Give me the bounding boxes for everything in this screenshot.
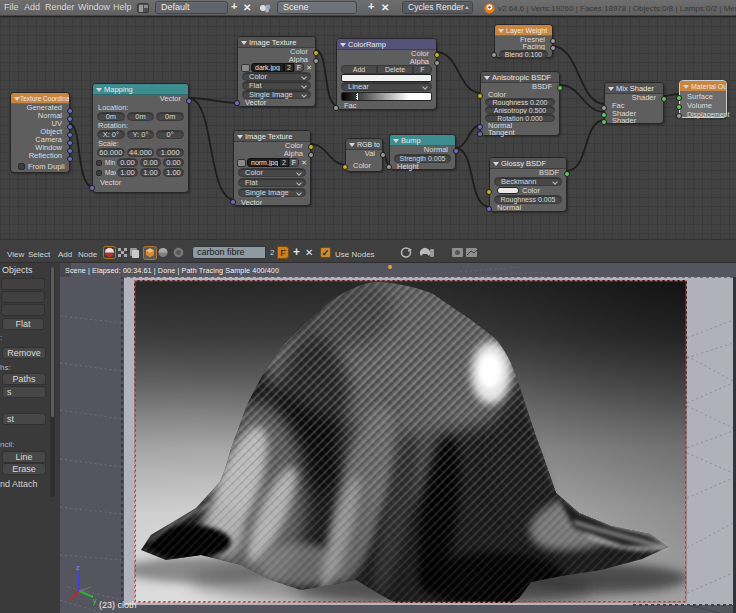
svg-text:y: y [93, 597, 97, 605]
svg-text:z: z [76, 564, 80, 571]
